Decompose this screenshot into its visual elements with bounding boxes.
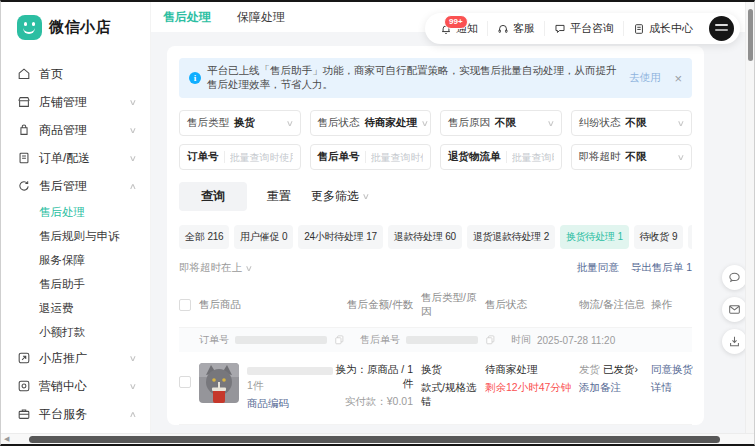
divider: [365, 151, 366, 163]
status-tab-exchange-pending[interactable]: 换货待处理1: [560, 225, 629, 249]
export-download-button[interactable]: [722, 329, 747, 354]
sort-selector[interactable]: 即将超时在上 ∨: [179, 261, 252, 275]
copy-icon[interactable]: [335, 335, 344, 345]
ship-status-link[interactable]: 已发货›: [603, 363, 638, 375]
add-note-link[interactable]: 添加备注: [579, 381, 621, 393]
status-tab-user-urge[interactable]: 用户催促0: [234, 225, 293, 249]
chevron-down-icon: ∨: [677, 153, 685, 162]
approve-exchange-link[interactable]: 同意换货: [651, 363, 693, 375]
vertical-scrollbar[interactable]: [745, 2, 754, 433]
status-tab-return-refund-pending[interactable]: 退货退款待处理2: [467, 225, 555, 249]
aftersale-status-value: 待商家处理: [485, 363, 579, 377]
ship-label: 发货: [579, 363, 600, 375]
banner-text: 平台已上线「售后助手」功能，商家可自行配置策略，实现售后批量自动处理，从而提升售…: [207, 64, 621, 92]
sidebar-item-aftersale-assistant[interactable]: 售后助手: [17, 272, 150, 296]
account-avatar[interactable]: [709, 16, 734, 41]
vertical-scrollbar-thumb[interactable]: [748, 9, 753, 61]
tab-guarantee-handle[interactable]: 保障处理: [237, 9, 285, 26]
table-row: 1件 商品编码 换为：原商品 / 1件 实付款：¥0.01 换货 款式/规格选错…: [179, 352, 692, 425]
sidebar-item-order-delivery[interactable]: 订单/配送 ∨: [17, 144, 150, 172]
home-icon: [17, 67, 31, 81]
order-no-input[interactable]: [230, 152, 293, 163]
redacted-aftersale-number: [406, 336, 478, 344]
sidebar-item-promotion[interactable]: 小店推广 ∨: [17, 344, 150, 372]
app-window: 微信小店 首页 店铺管理 ∨ 商品管理 ∨: [0, 0, 755, 446]
filter-dispute-status[interactable]: 纠纷状态 不限 ∨: [571, 110, 693, 136]
info-icon: i: [189, 72, 201, 84]
redacted-order-number: [235, 336, 327, 344]
filter-aftersale-no: 售后单号: [310, 144, 432, 170]
notification-badge: 99+: [444, 15, 468, 29]
more-filters-button[interactable]: 更多筛选 ∨: [311, 188, 369, 205]
reset-button[interactable]: 重置: [267, 188, 291, 205]
detail-link[interactable]: 详情: [651, 381, 672, 393]
headset-icon: [497, 23, 509, 35]
aftersale-panel: i 平台已上线「售后助手」功能，商家可自行配置策略，实现售后批量自动处理，从而提…: [167, 46, 704, 425]
banner-go-use-link[interactable]: 去使用: [629, 71, 661, 85]
aftersale-reason-value: 款式/规格选错: [421, 381, 485, 409]
filter-aftersale-type[interactable]: 售后类型 换货 ∨: [179, 110, 301, 136]
sidebar-item-product-mgmt[interactable]: 商品管理 ∨: [17, 116, 150, 144]
action-cell: 同意换货 详情: [651, 363, 693, 395]
tab-aftersale-handle[interactable]: 售后处理: [163, 9, 211, 26]
sidebar-item-service-guarantee[interactable]: 服务保障: [17, 248, 150, 272]
feedback-chat-button[interactable]: [722, 265, 747, 290]
bulk-approve-link[interactable]: 批量同意: [577, 261, 619, 275]
filter-order-no: 订单号: [179, 144, 301, 170]
paid-amount: 实付款：¥0.01: [327, 395, 413, 409]
export-aftersale-link[interactable]: 导出售后单 1: [631, 261, 692, 275]
brand-logo: 微信小店: [17, 15, 150, 40]
sidebar-item-home[interactable]: 首页: [17, 60, 150, 88]
sidebar-nav: 首页 店铺管理 ∨ 商品管理 ∨ 订单/配送 ∨: [17, 60, 150, 444]
logistics-cell: 发货 已发货› 添加备注: [579, 363, 651, 395]
query-button[interactable]: 查询: [179, 182, 247, 211]
chevron-down-icon: ∨: [285, 119, 293, 128]
customer-service-button[interactable]: 客服: [487, 21, 544, 36]
filter-expire-soon[interactable]: 即将超时 不限 ∨: [571, 144, 693, 170]
chevron-down-icon: ∨: [129, 354, 137, 363]
status-tabs: 全部216 用户催促0 24小时待处理17 退款待处理60 退货退款待处理2 换…: [179, 225, 692, 249]
download-icon: [728, 335, 741, 348]
close-icon[interactable]: ×: [666, 71, 682, 86]
status-tab-awaiting-receipt[interactable]: 待收货9: [634, 225, 683, 249]
info-banner: i 平台已上线「售后助手」功能，商家可自行配置策略，实现售后批量自动处理，从而提…: [179, 58, 692, 98]
sidebar-item-small-payment[interactable]: 小额打款: [17, 320, 150, 344]
sku-code-link[interactable]: 商品编码: [247, 397, 333, 411]
sidebar-item-aftersale-rules[interactable]: 售后规则与申诉: [17, 224, 150, 248]
growth-center-button[interactable]: 成长中心: [623, 21, 702, 36]
product-quantity: 1件: [247, 379, 333, 393]
filter-actions: 查询 重置 更多筛选 ∨: [179, 182, 692, 211]
chevron-down-icon: ∨: [421, 119, 429, 128]
status-tab-refund-pending[interactable]: 退款待处理60: [388, 225, 462, 249]
chat-bubble-icon: [728, 271, 741, 284]
type-cell: 换货 款式/规格选错: [421, 363, 485, 409]
return-tracking-input[interactable]: [512, 152, 554, 163]
status-tab-awaiting-payment[interactable]: 待打款8: [688, 225, 692, 249]
message-button[interactable]: [722, 297, 747, 322]
notifications-button[interactable]: 通知 99+: [431, 21, 487, 36]
select-all-checkbox[interactable]: [179, 299, 191, 311]
scroll-left-arrow-icon[interactable]: ◀: [4, 435, 9, 443]
sidebar-item-aftersale-mgmt[interactable]: 售后管理 ∧: [17, 172, 150, 200]
status-tab-24h-pending[interactable]: 24小时待处理17: [298, 225, 383, 249]
platform-consult-button[interactable]: 平台咨询: [544, 21, 623, 36]
chevron-down-icon: ∨: [129, 98, 137, 107]
filter-aftersale-status[interactable]: 售后状态 待商家处理 ∨: [310, 110, 432, 136]
copy-icon[interactable]: [486, 335, 495, 345]
horizontal-scrollbar[interactable]: ◀: [1, 433, 754, 444]
product-image[interactable]: [199, 363, 239, 403]
aftersale-no-input[interactable]: [371, 152, 424, 163]
countdown-timer: 剩余12小时47分钟: [485, 381, 579, 395]
refresh-icon: [17, 179, 31, 193]
sidebar-item-shop-mgmt[interactable]: 店铺管理 ∨: [17, 88, 150, 116]
sidebar-item-return-shipping[interactable]: 退运费: [17, 296, 150, 320]
sidebar-item-platform-service[interactable]: 平台服务 ∧: [17, 400, 150, 428]
sidebar-item-marketing[interactable]: 营销中心 ∨: [17, 372, 150, 400]
chevron-up-icon: ∧: [129, 410, 137, 419]
sidebar-item-aftersale-handle[interactable]: 售后处理: [17, 200, 150, 224]
filter-aftersale-reason[interactable]: 售后原因 不限 ∨: [440, 110, 562, 136]
horizontal-scrollbar-thumb[interactable]: [29, 436, 720, 443]
status-tab-all[interactable]: 全部216: [179, 225, 229, 249]
arrow-right-icon: ›: [634, 363, 638, 375]
row-checkbox[interactable]: [179, 376, 191, 388]
